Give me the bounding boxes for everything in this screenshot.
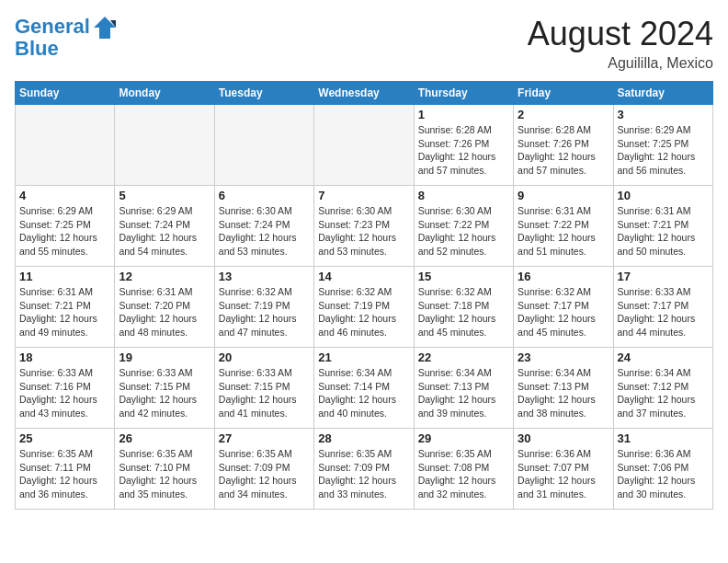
day-info: Sunrise: 6:32 AM Sunset: 7:17 PM Dayligh… (518, 285, 609, 339)
title-block: August 2024 Aguililla, Mexico (528, 15, 713, 72)
day-info: Sunrise: 6:35 AM Sunset: 7:09 PM Dayligh… (219, 447, 310, 501)
calendar-cell: 15Sunrise: 6:32 AM Sunset: 7:18 PM Dayli… (414, 267, 513, 348)
day-number: 13 (219, 270, 310, 283)
calendar-cell: 12Sunrise: 6:31 AM Sunset: 7:20 PM Dayli… (115, 267, 214, 348)
day-info: Sunrise: 6:32 AM Sunset: 7:19 PM Dayligh… (219, 285, 310, 339)
day-info: Sunrise: 6:30 AM Sunset: 7:22 PM Dayligh… (418, 204, 509, 259)
calendar-cell: 26Sunrise: 6:35 AM Sunset: 7:10 PM Dayli… (115, 429, 214, 510)
week-row-1: 1Sunrise: 6:28 AM Sunset: 7:26 PM Daylig… (16, 105, 713, 186)
week-row-4: 18Sunrise: 6:33 AM Sunset: 7:16 PM Dayli… (16, 348, 713, 429)
day-number: 29 (418, 431, 509, 445)
day-number: 25 (19, 431, 110, 445)
day-info: Sunrise: 6:34 AM Sunset: 7:12 PM Dayligh… (618, 366, 709, 420)
day-info: Sunrise: 6:36 AM Sunset: 7:07 PM Dayligh… (518, 447, 609, 501)
day-info: Sunrise: 6:29 AM Sunset: 7:25 PM Dayligh… (618, 123, 709, 178)
page-header: General Blue August 2024 Aguililla, Mexi… (15, 15, 713, 72)
day-info: Sunrise: 6:34 AM Sunset: 7:13 PM Dayligh… (418, 366, 509, 420)
day-number: 23 (518, 350, 609, 364)
day-info: Sunrise: 6:33 AM Sunset: 7:15 PM Dayligh… (219, 366, 310, 420)
day-info: Sunrise: 6:36 AM Sunset: 7:06 PM Dayligh… (618, 447, 709, 501)
day-number: 31 (618, 431, 709, 445)
calendar-cell: 1Sunrise: 6:28 AM Sunset: 7:26 PM Daylig… (414, 105, 513, 186)
day-info: Sunrise: 6:31 AM Sunset: 7:21 PM Dayligh… (19, 285, 110, 339)
day-number: 22 (418, 350, 509, 364)
day-number: 18 (19, 350, 110, 364)
day-number: 2 (518, 108, 609, 121)
header-tuesday: Tuesday (214, 82, 313, 105)
day-number: 8 (418, 189, 509, 202)
calendar-cell: 11Sunrise: 6:31 AM Sunset: 7:21 PM Dayli… (16, 267, 115, 348)
day-info: Sunrise: 6:29 AM Sunset: 7:24 PM Dayligh… (119, 204, 210, 259)
calendar-cell: 7Sunrise: 6:30 AM Sunset: 7:23 PM Daylig… (314, 186, 414, 267)
calendar-cell: 2Sunrise: 6:28 AM Sunset: 7:26 PM Daylig… (514, 105, 613, 186)
week-row-3: 11Sunrise: 6:31 AM Sunset: 7:21 PM Dayli… (16, 267, 713, 348)
header-friday: Friday (514, 82, 613, 105)
calendar-table: SundayMondayTuesdayWednesdayThursdayFrid… (15, 81, 713, 510)
calendar-cell: 14Sunrise: 6:32 AM Sunset: 7:19 PM Dayli… (314, 267, 414, 348)
calendar-cell: 6Sunrise: 6:30 AM Sunset: 7:24 PM Daylig… (214, 186, 313, 267)
day-number: 16 (518, 270, 609, 283)
calendar-cell (214, 105, 313, 186)
calendar-header-row: SundayMondayTuesdayWednesdayThursdayFrid… (16, 82, 713, 105)
header-sunday: Sunday (16, 82, 115, 105)
calendar-cell: 19Sunrise: 6:33 AM Sunset: 7:15 PM Dayli… (115, 348, 214, 429)
calendar-cell: 21Sunrise: 6:34 AM Sunset: 7:14 PM Dayli… (314, 348, 414, 429)
day-info: Sunrise: 6:35 AM Sunset: 7:09 PM Dayligh… (318, 447, 409, 501)
calendar-cell: 8Sunrise: 6:30 AM Sunset: 7:22 PM Daylig… (414, 186, 513, 267)
day-number: 5 (119, 189, 210, 202)
day-number: 17 (618, 270, 709, 283)
month-title: August 2024 (528, 15, 713, 53)
header-monday: Monday (115, 82, 214, 105)
day-info: Sunrise: 6:30 AM Sunset: 7:23 PM Dayligh… (318, 204, 409, 259)
day-number: 6 (219, 189, 310, 202)
calendar-cell: 20Sunrise: 6:33 AM Sunset: 7:15 PM Dayli… (214, 348, 313, 429)
day-info: Sunrise: 6:30 AM Sunset: 7:24 PM Dayligh… (219, 204, 310, 259)
calendar-cell: 28Sunrise: 6:35 AM Sunset: 7:09 PM Dayli… (314, 429, 414, 510)
day-number: 1 (418, 108, 509, 121)
calendar-cell: 24Sunrise: 6:34 AM Sunset: 7:12 PM Dayli… (613, 348, 712, 429)
day-info: Sunrise: 6:33 AM Sunset: 7:17 PM Dayligh… (618, 285, 709, 339)
day-info: Sunrise: 6:29 AM Sunset: 7:25 PM Dayligh… (19, 204, 110, 259)
calendar-cell: 27Sunrise: 6:35 AM Sunset: 7:09 PM Dayli… (214, 429, 313, 510)
calendar-cell: 18Sunrise: 6:33 AM Sunset: 7:16 PM Dayli… (16, 348, 115, 429)
calendar-cell: 10Sunrise: 6:31 AM Sunset: 7:21 PM Dayli… (613, 186, 712, 267)
day-info: Sunrise: 6:33 AM Sunset: 7:16 PM Dayligh… (19, 366, 110, 420)
day-number: 10 (618, 189, 709, 202)
logo: General Blue (15, 15, 118, 61)
day-number: 4 (19, 189, 110, 202)
calendar-cell: 3Sunrise: 6:29 AM Sunset: 7:25 PM Daylig… (613, 105, 712, 186)
day-number: 14 (318, 270, 409, 283)
calendar-cell: 31Sunrise: 6:36 AM Sunset: 7:06 PM Dayli… (613, 429, 712, 510)
day-number: 3 (618, 108, 709, 121)
day-info: Sunrise: 6:33 AM Sunset: 7:15 PM Dayligh… (119, 366, 210, 420)
calendar-cell (16, 105, 115, 186)
svg-marker-0 (94, 17, 116, 39)
day-number: 28 (318, 431, 409, 445)
day-number: 12 (119, 270, 210, 283)
day-number: 15 (418, 270, 509, 283)
header-wednesday: Wednesday (314, 82, 414, 105)
calendar-cell: 9Sunrise: 6:31 AM Sunset: 7:22 PM Daylig… (514, 186, 613, 267)
logo-icon (92, 15, 118, 40)
location-title: Aguililla, Mexico (528, 55, 713, 72)
calendar-cell: 22Sunrise: 6:34 AM Sunset: 7:13 PM Dayli… (414, 348, 513, 429)
header-saturday: Saturday (613, 82, 712, 105)
calendar-cell: 23Sunrise: 6:34 AM Sunset: 7:13 PM Dayli… (514, 348, 613, 429)
day-number: 11 (19, 270, 110, 283)
day-number: 19 (119, 350, 210, 364)
day-info: Sunrise: 6:28 AM Sunset: 7:26 PM Dayligh… (418, 123, 509, 178)
day-number: 27 (219, 431, 310, 445)
calendar-cell (115, 105, 214, 186)
week-row-2: 4Sunrise: 6:29 AM Sunset: 7:25 PM Daylig… (16, 186, 713, 267)
day-number: 20 (219, 350, 310, 364)
calendar-cell: 5Sunrise: 6:29 AM Sunset: 7:24 PM Daylig… (115, 186, 214, 267)
calendar-cell: 29Sunrise: 6:35 AM Sunset: 7:08 PM Dayli… (414, 429, 513, 510)
calendar-cell: 25Sunrise: 6:35 AM Sunset: 7:11 PM Dayli… (16, 429, 115, 510)
week-row-5: 25Sunrise: 6:35 AM Sunset: 7:11 PM Dayli… (16, 429, 713, 510)
day-info: Sunrise: 6:35 AM Sunset: 7:08 PM Dayligh… (418, 447, 509, 501)
header-thursday: Thursday (414, 82, 513, 105)
day-info: Sunrise: 6:31 AM Sunset: 7:22 PM Dayligh… (518, 204, 609, 259)
day-number: 9 (518, 189, 609, 202)
calendar-cell: 17Sunrise: 6:33 AM Sunset: 7:17 PM Dayli… (613, 267, 712, 348)
calendar-cell: 30Sunrise: 6:36 AM Sunset: 7:07 PM Dayli… (514, 429, 613, 510)
